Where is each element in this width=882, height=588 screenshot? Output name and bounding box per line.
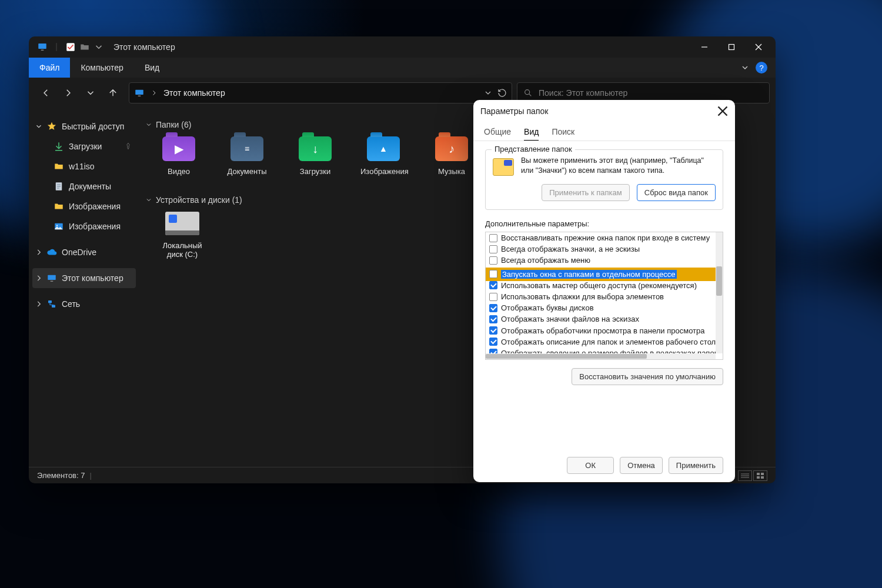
dialog-title: Параметры папок	[480, 106, 548, 116]
sidebar-item-pictures-1[interactable]: Изображения	[32, 196, 136, 216]
monitor-icon	[37, 42, 48, 52]
sidebar-item-quick-access[interactable]: Быстрый доступ	[32, 116, 136, 136]
svg-rect-5	[729, 45, 734, 50]
chevron-down-icon	[35, 122, 43, 131]
dialog-tabs: Общие Вид Поиск	[473, 122, 735, 141]
apply-to-folders-button[interactable]: Применить к папкам	[542, 184, 630, 201]
sidebar-item-onedrive[interactable]: OneDrive	[32, 242, 136, 262]
tab-search[interactable]: Поиск	[552, 123, 574, 141]
option-label: Запускать окна с папками в отдельном про…	[501, 270, 677, 279]
folder-downloads[interactable]: ↓Загрузки	[292, 136, 338, 185]
advanced-option[interactable]: Всегда отображать меню	[486, 255, 716, 266]
svg-rect-18	[48, 275, 56, 280]
group-title: Представление папок	[492, 145, 575, 153]
scrollbar-horizontal[interactable]	[486, 353, 716, 359]
status-text: Элементов: 7	[37, 471, 85, 480]
folder-views-group: Представление папок Вы можете применить …	[485, 149, 723, 210]
option-label: Всегда отображать значки, а не эскизы	[501, 245, 640, 253]
menu-file[interactable]: Файл	[29, 58, 70, 78]
advanced-option[interactable]: Использовать флажки для выбора элементов	[486, 291, 716, 302]
advanced-option[interactable]: Запускать окна с папками в отдельном про…	[486, 269, 716, 280]
checkbox[interactable]	[489, 281, 497, 289]
apply-button[interactable]: Применить	[669, 457, 723, 474]
label: Изображения	[69, 202, 121, 211]
cloud-icon	[46, 247, 57, 258]
svg-rect-8	[135, 90, 143, 95]
chevron-down-icon[interactable]	[740, 63, 750, 72]
check-icon	[65, 42, 76, 52]
sidebar-item-w11iso[interactable]: w11iso	[32, 156, 136, 176]
sidebar-item-pictures-2[interactable]: Изображения	[32, 216, 136, 236]
refresh-icon[interactable]	[497, 88, 507, 98]
ok-button[interactable]: ОК	[567, 457, 614, 474]
label: Видео	[168, 167, 190, 176]
sidebar-item-network[interactable]: Сеть	[32, 294, 136, 314]
search-icon	[523, 88, 533, 98]
label: Этот компьютер	[62, 273, 123, 283]
checkbox[interactable]	[489, 293, 497, 301]
advanced-option[interactable]: Использовать мастер общего доступа (реко…	[486, 280, 716, 291]
minimize-button[interactable]	[691, 38, 718, 56]
checkbox[interactable]	[489, 326, 497, 335]
svg-rect-25	[757, 473, 760, 475]
advanced-option[interactable]: Отображать обработчики просмотра в панел…	[486, 325, 716, 336]
advanced-option[interactable]: Отображать сведения о размере файлов в п…	[486, 348, 716, 353]
advanced-option[interactable]: Восстанавливать прежние окна папок при в…	[486, 232, 716, 243]
label: Загрузки	[69, 142, 102, 151]
restore-defaults-button[interactable]: Восстановить значения по умолчанию	[572, 368, 723, 385]
cancel-button[interactable]: Отмена	[620, 457, 663, 474]
dialog-close-button[interactable]	[717, 106, 728, 116]
checkbox[interactable]	[489, 234, 497, 242]
label: Изображения	[69, 222, 121, 231]
folder-music[interactable]: ♪Музыка	[429, 136, 475, 185]
checkbox[interactable]	[489, 349, 497, 353]
pin-icon	[124, 142, 132, 151]
sidebar-item-downloads[interactable]: Загрузки	[32, 136, 136, 156]
drive-c[interactable]: Локальный диск (C:)	[156, 212, 209, 259]
checkbox[interactable]	[489, 315, 497, 323]
checkbox[interactable]	[489, 256, 497, 265]
advanced-option[interactable]: Отображать описание для папок и элементо…	[486, 336, 716, 348]
nav-recent-button[interactable]	[79, 82, 102, 104]
advanced-option[interactable]: Отображать буквы дисков	[486, 302, 716, 313]
folder-pictures[interactable]: ▲Изображения	[360, 136, 406, 185]
scrollbar-vertical[interactable]	[716, 232, 723, 353]
menu-view[interactable]: Вид	[134, 58, 170, 78]
folder-video[interactable]: ▶Видео	[156, 136, 202, 185]
maximize-button[interactable]	[718, 38, 745, 56]
nav-up-button[interactable]	[102, 82, 124, 104]
reset-folders-button[interactable]: Сброс вида папок	[637, 184, 716, 201]
advanced-settings-list[interactable]: Восстанавливать прежние окна папок при в…	[485, 232, 723, 360]
sidebar-item-documents[interactable]: Документы	[32, 176, 136, 196]
search-placeholder: Поиск: Этот компьютер	[539, 88, 627, 98]
folder-small-icon	[79, 42, 90, 52]
option-label: Восстанавливать прежние окна папок при в…	[501, 233, 710, 242]
sep-icon	[51, 42, 62, 52]
chevron-down-icon[interactable]	[93, 42, 104, 52]
tab-general[interactable]: Общие	[484, 123, 511, 141]
chevron-down-icon[interactable]	[483, 88, 493, 98]
svg-rect-20	[48, 300, 52, 303]
advanced-option[interactable]: Всегда отображать значки, а не эскизы	[486, 243, 716, 255]
nav-back-button[interactable]	[35, 82, 57, 104]
menu-computer[interactable]: Компьютер	[70, 58, 133, 78]
view-details-button[interactable]	[738, 470, 752, 481]
titlebar: Этот компьютер	[29, 36, 776, 58]
checkbox[interactable]	[489, 270, 497, 278]
sidebar-item-this-pc[interactable]: Этот компьютер	[32, 268, 136, 288]
folder-documents[interactable]: ≡Документы	[224, 136, 270, 185]
image-icon	[54, 221, 64, 232]
nav-forward-button[interactable]	[57, 82, 79, 104]
option-label: Отображать обработчики просмотра в панел…	[501, 326, 705, 335]
label: Загрузки	[300, 167, 330, 176]
close-button[interactable]	[745, 38, 772, 56]
help-icon[interactable]: ?	[756, 62, 767, 74]
view-icons-button[interactable]	[753, 470, 767, 481]
svg-rect-21	[52, 305, 55, 308]
checkbox[interactable]	[489, 304, 497, 312]
tab-view[interactable]: Вид	[524, 123, 539, 141]
checkbox[interactable]	[489, 338, 497, 346]
address-bar[interactable]: Этот компьютер	[129, 82, 512, 103]
checkbox[interactable]	[489, 245, 497, 253]
advanced-option[interactable]: Отображать значки файлов на эскизах	[486, 313, 716, 325]
